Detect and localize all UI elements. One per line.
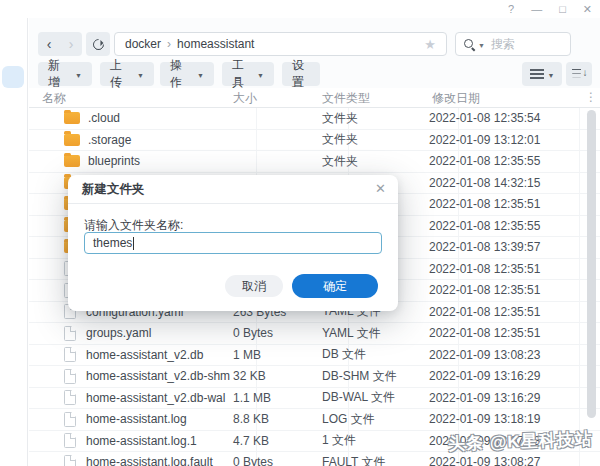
table-row[interactable]: .cloud文件夹2022-01-08 12:35:54 (29, 108, 600, 130)
search-input[interactable]: ▼ 搜索 (455, 32, 571, 56)
breadcrumb-part[interactable]: homeassistant (177, 37, 254, 51)
file-type: 文件夹 (322, 110, 358, 127)
breadcrumb-separator-icon: › (167, 37, 171, 51)
header-type[interactable]: 文件类型 (322, 90, 370, 107)
file-type: 1 文件 (322, 432, 356, 449)
sort-button[interactable] (566, 62, 592, 86)
file-icon (64, 455, 76, 466)
ok-button[interactable]: 确定 (292, 274, 378, 298)
table-row[interactable]: .storage文件夹2022-01-09 13:12:01 (29, 130, 600, 152)
file-size: 1 MB (233, 348, 261, 362)
back-button[interactable]: ‹ (38, 33, 60, 55)
file-icon (64, 390, 76, 405)
forward-button[interactable]: › (60, 33, 82, 55)
file-name: blueprints (88, 154, 140, 168)
table-row[interactable]: groups.yaml0 BytesYAML 文件2022-01-08 12:3… (29, 323, 600, 345)
sidebar-selected-item[interactable] (2, 66, 24, 88)
file-size: 1.1 MB (233, 391, 271, 405)
chevron-down-icon: ▼ (257, 72, 264, 79)
dialog-close-icon[interactable]: ✕ (375, 181, 386, 196)
text-cursor (133, 237, 134, 250)
chevron-down-icon: ▼ (137, 72, 144, 79)
search-icon (463, 38, 476, 51)
file-date: 2022-01-09 13:12:01 (429, 133, 540, 147)
file-name-cell: .storage (64, 133, 249, 147)
header-name[interactable]: 名称 (42, 90, 66, 107)
breadcrumb-part[interactable]: docker (125, 37, 161, 51)
table-row[interactable]: home-assistant_v2.db-wal1.1 MBDB-WAL 文件2… (29, 388, 600, 410)
refresh-button[interactable] (86, 32, 110, 56)
file-icon (64, 369, 76, 384)
file-name: home-assistant_v2.db-wal (86, 391, 225, 405)
new-button-label: 新增 (48, 57, 70, 91)
settings-button-label: 设置 (292, 57, 310, 91)
chevron-down-icon: ▼ (75, 72, 82, 79)
file-date: 2022-01-09 13:18:19 (429, 412, 540, 426)
upload-button[interactable]: 上传 ▼ (100, 62, 154, 86)
file-type: 文件夹 (322, 153, 358, 170)
settings-button[interactable]: 设置 (282, 62, 320, 86)
minimize-icon[interactable]: — (531, 1, 542, 17)
close-icon[interactable]: ✕ (583, 1, 592, 17)
file-date: 2022-01-09 13:08:27 (429, 455, 540, 466)
file-station-window: ? — □ ✕ ‹ › docker › homeassistant ★ ▼ 搜… (0, 0, 600, 466)
new-button[interactable]: 新增 ▼ (38, 62, 92, 86)
folder-name-input[interactable]: themes (84, 232, 382, 254)
file-name: .cloud (88, 111, 120, 125)
file-type: FAULT 文件 (322, 454, 386, 466)
bookmark-star-icon[interactable]: ★ (424, 37, 436, 52)
file-date: 2022-01-09 13:16:29 (429, 369, 540, 383)
file-date: 2022-01-08 12:35:51 (429, 305, 540, 319)
folder-name-value: themes (93, 236, 132, 250)
chevron-down-icon: ▼ (548, 72, 555, 79)
file-size: 8.8 KB (233, 412, 269, 426)
file-type: DB-SHM 文件 (322, 368, 397, 385)
tools-button[interactable]: 工具 ▼ (222, 62, 274, 86)
maximize-icon[interactable]: □ (559, 1, 566, 17)
file-date: 2022-01-08 12:35:55 (429, 154, 540, 168)
file-date: 2022-01-08 12:35:51 (429, 197, 540, 211)
search-options-caret-icon[interactable]: ▼ (478, 42, 485, 49)
help-icon[interactable]: ? (508, 1, 514, 17)
upload-button-label: 上传 (110, 57, 132, 91)
header-size[interactable]: 大小 (233, 90, 257, 107)
file-type: DB-WAL 文件 (322, 389, 395, 406)
folder-icon (64, 134, 80, 146)
file-name: .storage (88, 133, 131, 147)
file-date: 2022-01-09 13:08:23 (429, 348, 540, 362)
search-placeholder: 搜索 (491, 36, 515, 53)
dialog-titlebar: 新建文件夹 ✕ (68, 175, 398, 204)
view-mode-button[interactable]: ▼ (522, 62, 562, 86)
vertical-scrollbar[interactable] (587, 110, 596, 418)
file-icon (64, 326, 76, 341)
file-size: 32 KB (233, 369, 266, 383)
nav-button-group: ‹ › (38, 32, 82, 56)
new-folder-dialog: 新建文件夹 ✕ 请输入文件夹名称: themes 取消 确定 (68, 175, 398, 311)
table-row[interactable]: home-assistant_v2.db1 MBDB 文件2022-01-09 … (29, 345, 600, 367)
file-date: 2022-01-09 13:16:29 (429, 391, 540, 405)
table-row[interactable]: blueprints文件夹2022-01-08 12:35:55 (29, 151, 600, 173)
table-row[interactable]: home-assistant_v2.db-shm32 KBDB-SHM 文件20… (29, 366, 600, 388)
file-type: YAML 文件 (322, 325, 381, 342)
file-name-cell: home-assistant.log (64, 412, 249, 427)
breadcrumb[interactable]: docker › homeassistant ★ (114, 32, 447, 56)
file-name: home-assistant.log.fault (86, 455, 213, 466)
file-name-cell: home-assistant_v2.db-wal (64, 390, 249, 405)
header-date[interactable]: 修改日期 (432, 90, 480, 107)
file-name: home-assistant.log.1 (86, 434, 197, 448)
file-type: 文件夹 (322, 131, 358, 148)
action-button-label: 操作 (170, 57, 192, 91)
table-row[interactable]: home-assistant.log.fault0 BytesFAULT 文件2… (29, 452, 600, 466)
dialog-title: 新建文件夹 (82, 181, 145, 198)
tools-button-label: 工具 (232, 57, 252, 91)
file-name-cell: home-assistant.log.1 (64, 433, 249, 448)
refresh-icon (90, 36, 106, 52)
file-size: 0 Bytes (233, 326, 273, 340)
action-button[interactable]: 操作 ▼ (160, 62, 214, 86)
file-name-cell: .cloud (64, 111, 249, 125)
file-size: 0 Bytes (233, 455, 273, 466)
cancel-button[interactable]: 取消 (225, 275, 283, 297)
table-row[interactable]: home-assistant.log8.8 KBLOG 文件2022-01-09… (29, 409, 600, 431)
file-date: 2022-01-08 12:35:54 (429, 111, 540, 125)
column-options-icon[interactable]: ⋮ (585, 90, 597, 104)
